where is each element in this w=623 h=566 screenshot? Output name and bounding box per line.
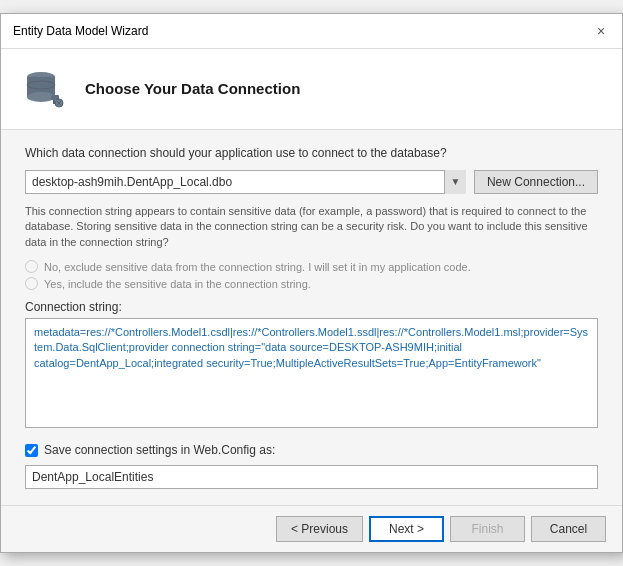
close-button[interactable]: × xyxy=(592,22,610,40)
connection-string-label: Connection string: xyxy=(25,300,598,314)
save-settings-label: Save connection settings in Web.Config a… xyxy=(44,443,275,457)
header-title: Choose Your Data Connection xyxy=(85,80,300,97)
title-bar-left: Entity Data Model Wizard xyxy=(13,24,148,38)
close-icon: × xyxy=(597,23,605,39)
dialog-window: Entity Data Model Wizard × xyxy=(0,13,623,553)
radio-no-label: No, exclude sensitive data from the conn… xyxy=(44,261,471,273)
connection-dropdown[interactable]: desktop-ash9mih.DentApp_Local.dbo xyxy=(25,170,466,194)
web-config-input[interactable] xyxy=(25,465,598,489)
connection-row: desktop-ash9mih.DentApp_Local.dbo ▼ New … xyxy=(25,170,598,194)
radio-yes-sensitive[interactable] xyxy=(25,277,38,290)
connection-dropdown-wrapper[interactable]: desktop-ash9mih.DentApp_Local.dbo ▼ xyxy=(25,170,466,194)
info-text: This connection string appears to contai… xyxy=(25,204,598,250)
next-button[interactable]: Next > xyxy=(369,516,444,542)
cancel-button[interactable]: Cancel xyxy=(531,516,606,542)
content-area: Which data connection should your applic… xyxy=(1,130,622,505)
radio-no-sensitive[interactable] xyxy=(25,260,38,273)
save-settings-checkbox[interactable] xyxy=(25,444,38,457)
radio-yes-label: Yes, include the sensitive data in the c… xyxy=(44,278,311,290)
new-connection-button[interactable]: New Connection... xyxy=(474,170,598,194)
database-icon xyxy=(21,65,69,113)
header-section: Choose Your Data Connection xyxy=(1,49,622,130)
radio-group: No, exclude sensitive data from the conn… xyxy=(25,260,598,290)
connection-string-textarea[interactable] xyxy=(25,318,598,428)
wizard-icon xyxy=(21,65,69,113)
title-bar: Entity Data Model Wizard × xyxy=(1,14,622,49)
footer: < Previous Next > Finish Cancel xyxy=(1,505,622,552)
previous-button[interactable]: < Previous xyxy=(276,516,363,542)
radio-item-1: No, exclude sensitive data from the conn… xyxy=(25,260,598,273)
radio-item-2: Yes, include the sensitive data in the c… xyxy=(25,277,598,290)
question-label: Which data connection should your applic… xyxy=(25,146,598,160)
svg-point-2 xyxy=(27,92,55,102)
dialog-title: Entity Data Model Wizard xyxy=(13,24,148,38)
finish-button[interactable]: Finish xyxy=(450,516,525,542)
checkbox-row: Save connection settings in Web.Config a… xyxy=(25,443,598,457)
